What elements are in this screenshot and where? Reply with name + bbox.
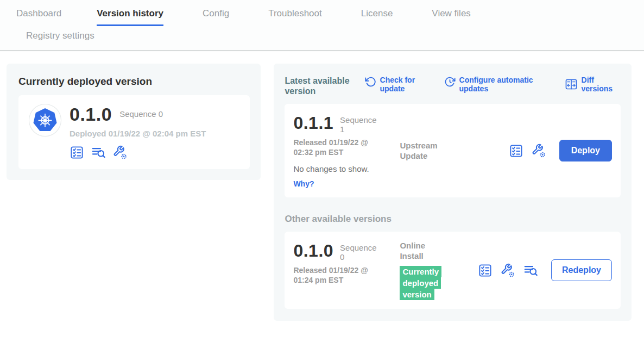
deployed-version-card: 0.1.0 Sequence 0 Deployed 01/19/22 @ 02:… bbox=[18, 95, 250, 169]
configure-updates-label: Configure automatic updates bbox=[459, 76, 546, 93]
tab-version-history[interactable]: Version history bbox=[97, 8, 163, 26]
deploy-logs-icon[interactable] bbox=[523, 263, 538, 278]
tab-license[interactable]: License bbox=[361, 8, 393, 26]
check-for-update-label: Check for update bbox=[380, 76, 426, 93]
upstream-update-label: Upstream Update bbox=[400, 140, 443, 161]
preflight-checks-icon[interactable] bbox=[509, 144, 523, 158]
kubernetes-logo bbox=[29, 104, 61, 136]
refresh-icon bbox=[365, 76, 376, 88]
other-version-actions: Redeploy bbox=[478, 259, 612, 281]
why-link[interactable]: Why? bbox=[293, 179, 314, 188]
online-install-label: Online Install bbox=[400, 240, 443, 261]
other-version-card: 0.1.0 Sequence 0 Released 01/19/22 @ 01:… bbox=[285, 232, 621, 309]
deployed-sequence-label: Sequence 0 bbox=[119, 104, 163, 119]
main-nav: Dashboard Version history Config Trouble… bbox=[0, 0, 644, 51]
diff-versions-label: Diff versions bbox=[582, 76, 621, 93]
deploy-logs-icon[interactable] bbox=[91, 145, 106, 160]
content: Currently deployed version 0.1.0 Sequenc… bbox=[0, 51, 644, 321]
currently-deployed-badge: Currently deployed version bbox=[400, 266, 441, 300]
diff-icon bbox=[565, 78, 578, 91]
edit-config-icon[interactable] bbox=[532, 144, 546, 158]
preflight-checks-icon[interactable] bbox=[478, 263, 493, 278]
nav-row-secondary: Registry settings bbox=[16, 26, 644, 50]
edit-config-icon[interactable] bbox=[113, 145, 128, 160]
deployed-version-info: 0.1.0 Sequence 0 Deployed 01/19/22 @ 02:… bbox=[70, 104, 206, 160]
deployed-version-panel: Currently deployed version 0.1.0 Sequenc… bbox=[7, 64, 261, 180]
preflight-checks-icon[interactable] bbox=[70, 145, 84, 160]
other-version-number: 0.1.0 bbox=[293, 241, 333, 260]
available-panel-header: Latest available version Check for updat… bbox=[285, 76, 621, 96]
latest-version-source: Upstream Update bbox=[400, 140, 464, 161]
latest-available-title: Latest available version bbox=[285, 76, 352, 96]
tab-dashboard[interactable]: Dashboard bbox=[16, 8, 61, 26]
redeploy-button[interactable]: Redeploy bbox=[551, 259, 612, 281]
deploy-button[interactable]: Deploy bbox=[559, 140, 612, 161]
latest-version-info: 0.1.1 Sequence 1 Released 01/19/22 @ 02:… bbox=[293, 113, 400, 189]
tab-registry-settings[interactable]: Registry settings bbox=[26, 30, 94, 48]
tab-troubleshoot[interactable]: Troubleshoot bbox=[268, 8, 322, 26]
tab-view-files[interactable]: View files bbox=[432, 8, 471, 26]
deployed-panel-title: Currently deployed version bbox=[18, 76, 250, 88]
edit-config-icon[interactable] bbox=[501, 263, 515, 278]
configure-automatic-updates-link[interactable]: Configure automatic updates bbox=[444, 76, 546, 93]
schedule-update-icon bbox=[444, 76, 456, 88]
other-versions-heading: Other available versions bbox=[285, 214, 621, 225]
available-versions-panel: Latest available version Check for updat… bbox=[274, 64, 632, 321]
latest-released-timestamp: Released 01/19/22 @ 02:32 pm EST bbox=[293, 138, 386, 157]
latest-version-card: 0.1.1 Sequence 1 Released 01/19/22 @ 02:… bbox=[285, 104, 621, 197]
latest-version-actions: Deploy bbox=[509, 140, 612, 161]
other-released-timestamp: Released 01/19/22 @ 01:24 pm EST bbox=[293, 265, 386, 285]
diff-versions-link[interactable]: Diff versions bbox=[565, 76, 621, 93]
deployed-version-number: 0.1.0 bbox=[70, 104, 112, 124]
latest-version-number: 0.1.1 bbox=[293, 114, 333, 132]
latest-sequence-label: Sequence 1 bbox=[340, 114, 378, 134]
other-version-info: 0.1.0 Sequence 0 Released 01/19/22 @ 01:… bbox=[293, 240, 400, 285]
other-sequence-label: Sequence 0 bbox=[340, 241, 378, 262]
no-changes-note: No changes to show. bbox=[293, 164, 400, 173]
tab-config[interactable]: Config bbox=[203, 8, 229, 26]
other-version-source: Online Install Currently deployed versio… bbox=[400, 240, 464, 300]
check-for-update-link[interactable]: Check for update bbox=[365, 76, 426, 93]
deployed-timestamp: Deployed 01/19/22 @ 02:04 pm EST bbox=[70, 129, 206, 138]
nav-row-primary: Dashboard Version history Config Trouble… bbox=[16, 0, 644, 26]
